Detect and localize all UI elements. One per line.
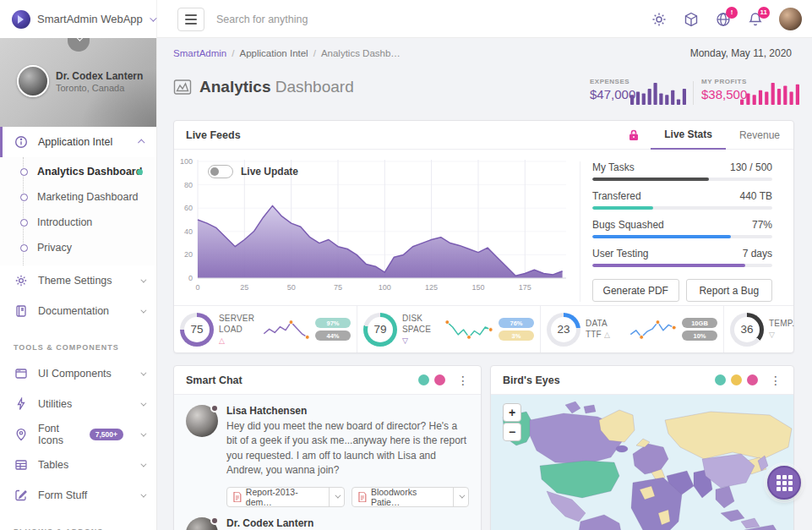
server-load-sparkline <box>261 319 310 341</box>
avatar[interactable] <box>186 517 218 530</box>
attachments-row: Report-2013-dem… Bloodworks Patie… <box>226 487 469 507</box>
sidebar-item-analytics-dashboard[interactable]: Analytics Dashboard <box>0 159 156 184</box>
status-dot-pink[interactable] <box>747 374 758 385</box>
sidebar-item-application-intel[interactable]: Application Intel <box>0 127 156 157</box>
user-avatar[interactable] <box>779 8 802 30</box>
language-globe-icon[interactable]: ! <box>715 11 732 28</box>
birds-eyes-title: Bird's Eyes <box>503 374 560 386</box>
badge[interactable]: 44% <box>315 331 351 341</box>
sidebar-item-introduction[interactable]: Introduction <box>0 210 156 235</box>
brand[interactable]: SmartAdmin WebApp <box>0 0 157 38</box>
page-title: Analytics Dashboard <box>199 78 354 96</box>
book-icon <box>14 304 28 318</box>
menu-toggle-button[interactable] <box>177 8 204 31</box>
chart-area-icon <box>173 79 192 96</box>
sidebar-item-marketing-dashboard[interactable]: Marketing Dashboard <box>0 184 156 210</box>
table-icon <box>14 458 28 472</box>
file-icon <box>233 492 242 502</box>
sidebar-item-font-icons[interactable]: Font Icons 7,500+ <box>0 419 156 450</box>
badge[interactable]: 10GB <box>682 318 717 328</box>
message-text: Hey did you meet the new board of direct… <box>226 419 469 478</box>
attachment-report[interactable]: Report-2013-dem… <box>226 487 345 507</box>
chevron-down-icon <box>140 430 146 436</box>
lightning-icon <box>14 397 28 411</box>
chevron-down-icon <box>140 307 146 313</box>
sidebar-item-tables[interactable]: Tables <box>0 450 156 480</box>
badge[interactable]: 76% <box>499 318 534 328</box>
tab-revenue[interactable]: Revenue <box>726 121 793 150</box>
temp-donut: 36 <box>730 313 764 347</box>
badge[interactable]: 3% <box>499 331 534 341</box>
sidebar-item-documentation[interactable]: Documentation <box>0 296 156 326</box>
breadcrumb-current: Analytics Dashb… <box>321 48 401 58</box>
stat-transfered: Transfered440 TB <box>592 190 772 210</box>
app-launcher-button[interactable] <box>767 466 801 500</box>
message-sender: Dr. Codex Lantern <box>226 517 469 529</box>
svg-text:75: 75 <box>334 283 342 292</box>
svg-text:150: 150 <box>471 283 484 292</box>
live-update-toggle[interactable]: Live Update <box>208 165 298 178</box>
data-ttf-donut: 23 <box>547 313 580 347</box>
badge[interactable]: 97% <box>315 318 351 328</box>
lock-icon[interactable] <box>629 129 639 141</box>
data-ttf-sparkline <box>628 319 677 341</box>
svg-text:0: 0 <box>195 283 199 292</box>
trend-down-icon: ▽ <box>769 331 775 339</box>
expenses-bar-sparkline <box>630 81 686 105</box>
status-dot-teal[interactable] <box>418 374 429 385</box>
svg-text:60: 60 <box>184 204 193 212</box>
status-dot-teal[interactable] <box>715 374 726 385</box>
settings-gear-icon[interactable] <box>651 11 668 28</box>
apps-cube-icon[interactable] <box>683 11 700 28</box>
page-date: Monday, May 11, 2020 <box>690 47 792 59</box>
search-input[interactable] <box>216 7 495 31</box>
sidebar-item-ui-components[interactable]: UI Components <box>0 358 156 389</box>
profile-name: Dr. Codex Lantern <box>56 70 143 82</box>
svg-text:100: 100 <box>379 283 391 292</box>
profile-avatar[interactable] <box>17 65 49 97</box>
sidebar-item-privacy[interactable]: Privacy <box>0 235 156 260</box>
chat-message: Dr. Codex Lantern Thanks for the file! Y… <box>186 517 469 530</box>
avatar[interactable] <box>186 405 218 437</box>
sidebar-item-form-stuff[interactable]: Form Stuff <box>0 480 156 511</box>
stat-my-tasks: My Tasks130 / 500 <box>592 161 772 181</box>
tile-temp: 36 TEMP. ▽ 124 40F <box>723 306 812 352</box>
attachment-bloodworks[interactable]: Bloodworks Patie… <box>352 487 469 507</box>
sidebar-item-utilities[interactable]: Utilities <box>0 389 156 419</box>
map-zoom-in-button[interactable]: + <box>503 403 521 422</box>
kebab-menu-icon[interactable]: ⋮ <box>457 374 469 386</box>
breadcrumb-mid[interactable]: Application Intel <box>239 48 308 58</box>
status-dot-pink[interactable] <box>434 374 445 385</box>
kpi-expenses: EXPENSES $47,000 <box>590 78 635 101</box>
map-zoom-out-button[interactable]: − <box>503 423 521 441</box>
generate-pdf-button[interactable]: Generate PDF <box>592 279 679 302</box>
svg-text:0: 0 <box>188 274 193 282</box>
svg-text:100: 100 <box>180 157 193 166</box>
smart-chat-title: Smart Chat <box>186 374 243 386</box>
notifications-bell-icon[interactable]: 11 <box>747 11 764 28</box>
report-bug-button[interactable]: Report a Bug <box>686 279 773 302</box>
attachment-dropdown[interactable] <box>329 488 344 506</box>
status-dot-yellow[interactable] <box>731 374 742 385</box>
tab-live-stats[interactable]: Live Stats <box>651 121 726 150</box>
birds-eyes-header: Bird's Eyes ⋮ <box>491 366 793 395</box>
badge[interactable]: 10% <box>682 331 717 341</box>
chat-message: Lisa Hatchensen Hey did you meet the new… <box>186 405 469 478</box>
world-map[interactable]: + − <box>491 395 793 530</box>
live-stats-panel: My Tasks130 / 500 Transfered440 TB Bugs … <box>580 161 772 302</box>
svg-text:25: 25 <box>240 283 248 292</box>
breadcrumb: SmartAdminApplication IntelAnalytics Das… <box>173 48 401 58</box>
sidebar-profile: Dr. Codex Lantern Toronto, Canada <box>0 38 156 127</box>
app-logo-icon <box>12 10 30 29</box>
progress-bar <box>592 264 772 267</box>
bell-badge: 11 <box>758 7 770 19</box>
kebab-menu-icon[interactable]: ⋮ <box>770 374 782 386</box>
chevron-down-icon <box>140 369 146 375</box>
chevron-down-icon <box>150 14 156 21</box>
sidebar-item-theme-settings[interactable]: Theme Settings <box>0 265 156 296</box>
presence-dot <box>210 516 219 525</box>
attachment-dropdown[interactable] <box>453 488 468 506</box>
toggle-switch[interactable] <box>208 165 233 178</box>
message-sender: Lisa Hatchensen <box>226 405 469 417</box>
breadcrumb-home[interactable]: SmartAdmin <box>173 48 226 58</box>
